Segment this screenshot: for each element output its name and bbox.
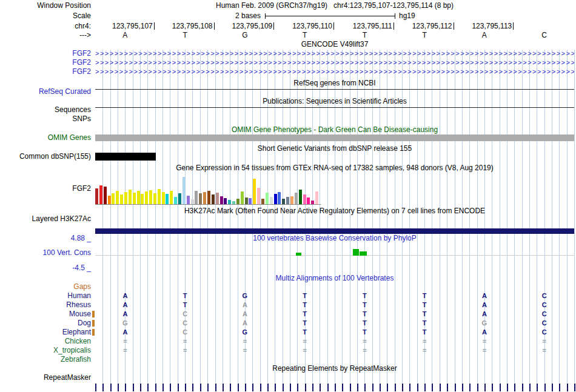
gtex-baseline <box>95 204 321 205</box>
position-tick <box>223 384 224 391</box>
gridline <box>574 50 575 383</box>
gtex-tissue-bar <box>290 196 293 204</box>
position-tick <box>118 384 119 391</box>
gtex-tissue-bar <box>274 194 277 204</box>
coordinate-label: 123,795,107 <box>92 22 155 30</box>
gtex-tissue-bar <box>124 192 127 204</box>
position-tick <box>409 384 410 391</box>
position-tick <box>147 384 149 391</box>
repeatmasker-label[interactable]: RepeatMasker <box>0 374 91 382</box>
coordinate-ruler: 123,795,107123,795,108123,795,109123,795… <box>0 22 576 30</box>
alignment-base: T <box>418 310 430 318</box>
position-tick <box>297 384 298 391</box>
publications-sequences-label[interactable]: Sequences <box>0 106 91 114</box>
multiz-species-label[interactable]: Zebrafish <box>0 356 91 364</box>
gtex-tissue-bar <box>261 199 264 204</box>
alignment-base: C <box>179 310 191 318</box>
position-tick <box>417 384 418 391</box>
omim-gene-bar[interactable] <box>95 135 574 141</box>
gtex-tissue-bar <box>149 190 152 204</box>
multiz-species-label[interactable]: Elephant <box>0 328 91 336</box>
gtex-tissue-bar <box>166 194 169 204</box>
phylop-label[interactable]: 100 Vert. Cons <box>0 249 91 257</box>
gencode-gene-arrow-row[interactable]: >>>>>>>>>>>>>>>>>>>>>>>>>>>>>>>>>>>>>>>>… <box>95 59 574 67</box>
gtex-gene-label[interactable]: FGF2 <box>0 185 91 193</box>
alignment-marker <box>92 311 95 317</box>
coordinate-label: 123,795,110 <box>272 22 334 30</box>
position-tick <box>455 384 456 391</box>
multiz-species-label[interactable]: Mouse <box>0 310 91 318</box>
multiz-species-label[interactable]: Chicken <box>0 337 91 345</box>
gtex-tissue-bar <box>120 194 123 204</box>
ucsc-genome-browser[interactable]: Window Position Human Feb. 2009 (GRCh37/… <box>0 0 576 392</box>
repeatmasker-track-title: Repeating Elements by RepeatMasker <box>95 365 574 373</box>
alignment-base: = <box>478 337 491 345</box>
gtex-tissue-bar <box>216 193 219 204</box>
dbsnp-label[interactable]: Common dbSNP(155) <box>0 153 91 161</box>
phylop-min-label: -4.5 _ <box>0 264 91 272</box>
alignment-base: T <box>299 301 311 309</box>
position-tick <box>424 384 426 391</box>
gtex-tissue-bar <box>307 198 310 204</box>
gtex-tissue-bar <box>220 196 223 204</box>
h3k27ac-signal-bar[interactable] <box>95 228 574 234</box>
gtex-tissue-bar <box>108 196 111 204</box>
position-tick <box>312 384 313 391</box>
omim-genes-label[interactable]: OMIM Genes <box>0 134 91 142</box>
alignment-base: = <box>358 347 370 354</box>
publications-sequences-item[interactable] <box>95 107 574 108</box>
gtex-tissue-bar <box>162 192 165 204</box>
gtex-tissue-bar <box>158 189 161 204</box>
position-tick <box>364 384 366 391</box>
gtex-tissue-bar <box>133 193 136 204</box>
dbsnp-variant-bar[interactable] <box>95 153 156 161</box>
multiz-species-label[interactable]: Rhesus <box>0 301 91 309</box>
alignment-base: T <box>358 328 370 336</box>
alignment-base: T <box>179 301 191 309</box>
multiz-species-label[interactable]: X_tropicalis <box>0 347 91 354</box>
gtex-tissue-bar <box>199 193 202 204</box>
alignment-base: A <box>119 310 131 318</box>
gencode-gene-label[interactable]: FGF2 <box>0 59 91 67</box>
phylop-zero-line <box>95 255 574 256</box>
gtex-tissue-bar <box>303 194 306 204</box>
range-text: chr4:123,795,107-123,795,114 (8 bp) <box>333 1 454 10</box>
gencode-gene-arrow-row[interactable]: >>>>>>>>>>>>>>>>>>>>>>>>>>>>>>>>>>>>>>>>… <box>95 68 574 76</box>
gtex-tissue-bar <box>282 199 285 204</box>
alignment-base: A <box>478 301 491 309</box>
position-tick <box>200 384 201 391</box>
alignment-base: T <box>358 310 370 318</box>
multiz-species-label[interactable]: Gaps <box>0 283 91 291</box>
alignment-base: G <box>119 319 131 327</box>
refseq-curated-label[interactable]: RefSeq Curated <box>0 88 91 96</box>
position-tick <box>507 384 508 391</box>
h3k27ac-label[interactable]: Layered H3K27Ac <box>0 215 91 223</box>
gtex-bar-chart[interactable] <box>95 176 323 204</box>
alignment-base: T <box>358 319 370 327</box>
position-tick <box>500 384 501 391</box>
base-letter: C <box>538 32 551 39</box>
gtex-tissue-bar <box>104 187 107 204</box>
gtex-tissue-bar <box>191 199 194 204</box>
alignment-base: = <box>358 337 370 345</box>
multiz-species-label[interactable]: Dog <box>0 319 91 327</box>
multiz-species-label[interactable]: Human <box>0 292 91 300</box>
refseq-curated-item[interactable] <box>95 89 574 90</box>
gencode-gene-label[interactable]: FGF2 <box>0 50 91 58</box>
publications-snps-label[interactable]: SNPs <box>0 115 91 123</box>
alignment-base: C <box>538 319 551 327</box>
conservation-mark <box>296 253 301 256</box>
alignment-base: = <box>418 347 430 354</box>
gtex-tissue-bar <box>141 194 144 204</box>
alignment-base: C <box>179 328 191 336</box>
gencode-gene-arrow-row[interactable]: >>>>>>>>>>>>>>>>>>>>>>>>>>>>>>>>>>>>>>>>… <box>95 50 574 58</box>
position-tick <box>178 384 179 391</box>
alignment-base: = <box>478 347 491 354</box>
position-tick <box>380 384 381 391</box>
alignment-base: = <box>299 347 311 354</box>
coordinate-label: 123,795,113 <box>451 22 514 30</box>
gencode-gene-label[interactable]: FGF2 <box>0 68 91 76</box>
base-letter: A <box>478 32 491 39</box>
reference-bases-row: ATGTTTAC <box>0 32 576 39</box>
position-tick <box>559 384 560 391</box>
